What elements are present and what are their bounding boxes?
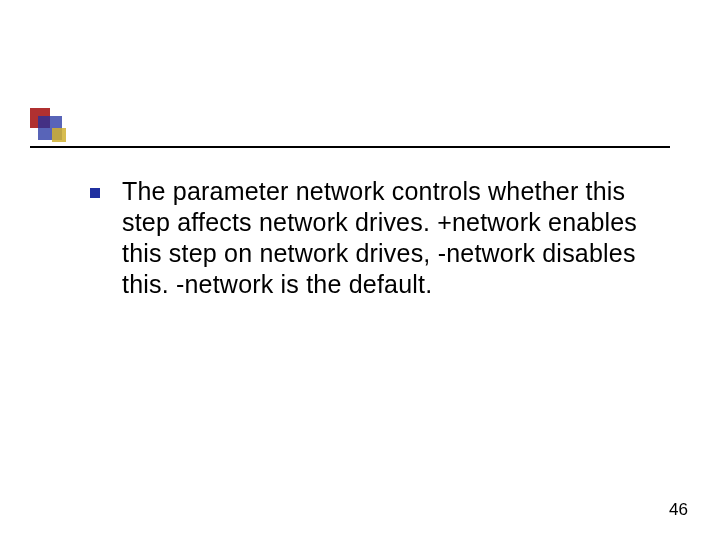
slide-container: The parameter network controls whether t…	[0, 0, 720, 540]
bullet-text: The parameter network controls whether t…	[122, 176, 670, 300]
bullet-square-icon	[90, 188, 100, 198]
decoration-square-yellow	[52, 128, 66, 142]
bullet-item: The parameter network controls whether t…	[90, 176, 670, 300]
header-decoration	[30, 108, 94, 144]
content-area: The parameter network controls whether t…	[90, 176, 670, 300]
page-number: 46	[669, 500, 688, 520]
header-divider-line	[30, 146, 670, 148]
